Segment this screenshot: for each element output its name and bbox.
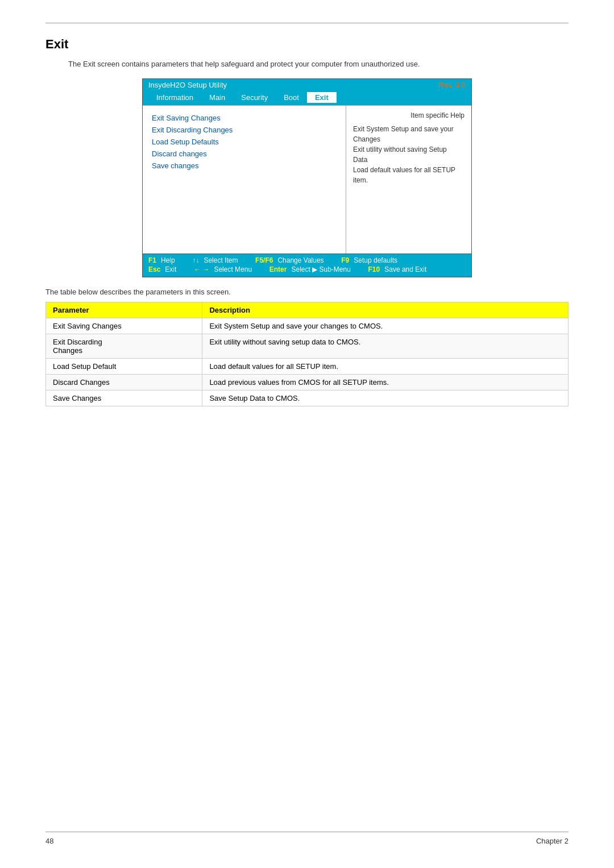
nav-item-exit[interactable]: Exit <box>307 92 337 103</box>
col-header-parameter: Parameter <box>46 302 202 318</box>
key-f10: F10 <box>368 265 380 273</box>
footer-row-2: Esc Exit ← → Select Menu Enter Select ▶ … <box>148 265 466 273</box>
menu-exit-discarding-changes[interactable]: Exit Discarding Changes <box>152 126 340 134</box>
desc-change-values: Change Values <box>277 256 323 264</box>
key-enter: Enter <box>269 265 287 273</box>
desc-select-item: Select Item <box>204 256 238 264</box>
key-f1: F1 <box>148 256 156 264</box>
bios-titlebar: InsydeH2O Setup Utility Rev. 3.0 <box>143 79 471 91</box>
col-header-description: Description <box>202 302 569 318</box>
param-exit-discarding: Exit DiscardingChanges <box>46 334 202 359</box>
page-number: 48 <box>45 837 53 845</box>
desc-load-default: Load default values for all SETUP item. <box>202 359 569 375</box>
bios-title: InsydeH2O Setup Utility <box>148 81 227 89</box>
param-exit-saving: Exit Saving Changes <box>46 318 202 334</box>
page-title: Exit <box>45 37 569 52</box>
desc-exit-discarding: Exit utility without saving setup data t… <box>202 334 569 359</box>
table-desc: The table below describes the parameters… <box>45 288 569 296</box>
table-row: Load Setup Default Load default values f… <box>46 359 569 375</box>
nav-item-boot[interactable]: Boot <box>276 92 307 103</box>
nav-item-information[interactable]: Information <box>148 92 201 103</box>
page-footer: 48 Chapter 2 <box>45 832 569 845</box>
table-row: Exit DiscardingChanges Exit utility with… <box>46 334 569 359</box>
bios-nav: Information Main Security Boot Exit <box>143 91 471 106</box>
param-discard-changes: Discard Changes <box>46 375 202 391</box>
table-row: Discard Changes Load previous values fro… <box>46 375 569 391</box>
desc-exit: Exit <box>165 265 176 273</box>
menu-discard-changes[interactable]: Discard changes <box>152 149 340 158</box>
key-leftright: ← → <box>194 265 209 273</box>
params-table: Parameter Description Exit Saving Change… <box>45 302 569 406</box>
bios-rev: Rev. 3.0 <box>439 81 466 89</box>
menu-load-setup-defaults[interactable]: Load Setup Defaults <box>152 138 340 146</box>
desc-setup-defaults: Setup defaults <box>354 256 397 264</box>
bios-footer: F1 Help ↑↓ Select Item F5/F6 Change Valu… <box>143 254 471 277</box>
key-f5f6: F5/F6 <box>255 256 273 264</box>
menu-exit-saving-changes[interactable]: Exit Saving Changes <box>152 114 340 122</box>
desc-save-exit: Save and Exit <box>384 265 426 273</box>
table-row: Save Changes Save Setup Data to CMOS. <box>46 391 569 406</box>
footer-row-1: F1 Help ↑↓ Select Item F5/F6 Change Valu… <box>148 256 466 264</box>
desc-select-submenu: Select ▶ Sub-Menu <box>291 265 350 273</box>
desc-save-changes: Save Setup Data to CMOS. <box>202 391 569 406</box>
intro-text: The Exit screen contains parameters that… <box>68 60 569 68</box>
desc-discard-changes: Load previous values from CMOS for all S… <box>202 375 569 391</box>
desc-exit-saving: Exit System Setup and save your changes … <box>202 318 569 334</box>
menu-save-changes[interactable]: Save changes <box>152 161 340 170</box>
help-text: Exit System Setup and save your Changes … <box>353 124 464 185</box>
table-row: Exit Saving Changes Exit System Setup an… <box>46 318 569 334</box>
param-load-default: Load Setup Default <box>46 359 202 375</box>
param-save-changes: Save Changes <box>46 391 202 406</box>
chapter-label: Chapter 2 <box>536 837 569 845</box>
desc-select-menu: Select Menu <box>214 265 252 273</box>
bios-screen: InsydeH2O Setup Utility Rev. 3.0 Informa… <box>142 78 472 277</box>
key-f9: F9 <box>341 256 349 264</box>
bios-help-panel: Item specific Help Exit System Setup and… <box>346 106 471 254</box>
desc-help: Help <box>161 256 175 264</box>
nav-item-security[interactable]: Security <box>233 92 276 103</box>
bios-body: Exit Saving Changes Exit Discarding Chan… <box>143 106 471 254</box>
help-title: Item specific Help <box>353 111 464 119</box>
bios-menu: Exit Saving Changes Exit Discarding Chan… <box>143 106 346 254</box>
key-esc: Esc <box>148 265 160 273</box>
key-updown: ↑↓ <box>192 256 199 264</box>
nav-item-main[interactable]: Main <box>201 92 233 103</box>
